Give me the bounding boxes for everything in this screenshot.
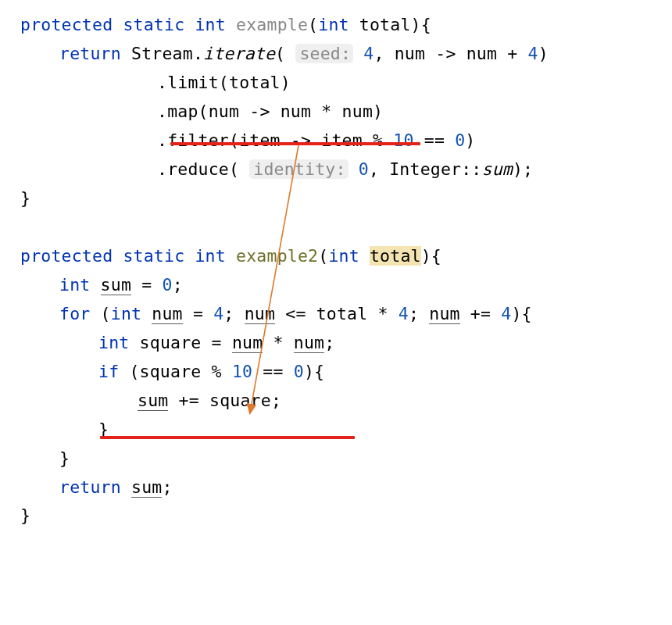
method1-signature: protected static int example(int total){ [20,11,658,40]
filter-line: .filter(item -> item % 10 == 0) [20,127,658,155]
param-type: int [318,15,349,34]
cond1: <= total * [275,304,399,323]
iterate-call: iterate [203,44,275,63]
return-type: int [195,15,225,34]
int-kw3: int [98,333,129,352]
reduce-line: .reduce( identity: 0, Integer::sum); [20,155,658,184]
square-name: square [140,333,202,352]
num-var: num [152,304,182,324]
map-underline [170,142,420,145]
for-close: } [20,445,658,473]
sum-var2: sum [138,391,168,411]
int-kw2: int [111,304,141,323]
reduce-mid: , Integer:: [369,159,482,179]
close-paren: ){ [411,15,431,34]
semi3: ; [162,477,172,497]
stream-class: Stream [131,44,193,63]
limit-call: .limit(total) [157,73,291,92]
filter-prefix: .filter(item -> item % [157,130,393,150]
eqeq: == [252,362,294,381]
init-val: 4 [213,304,223,323]
code-editor: protected static int example(int total){… [0,0,672,530]
param-name: total [359,15,411,34]
zero: 0 [162,275,172,295]
method1-name: example [236,15,308,34]
iterate-step: 4 [528,44,538,63]
int-kw: int [59,275,90,295]
method2-name: example2 [236,246,318,266]
mod-val: 10 [232,362,252,381]
seed-hint: seed: [295,44,353,63]
method1-close: } [20,184,658,213]
if-close: } [20,416,658,445]
blank-line [20,213,658,242]
num-var2: num [245,304,275,324]
reduce-suffix: ); [513,159,533,179]
param-type2: int [328,246,359,266]
cond2: 4 [399,304,409,323]
sum-var3: sum [131,477,162,498]
filter-zero: 0 [455,130,465,150]
identity-hint: identity: [249,159,348,179]
close-brace3: } [59,448,70,468]
return-sum-line: return sum; [20,473,658,502]
semi2: ; [324,333,334,352]
method2-signature: protected static int example2(int total)… [20,242,658,271]
step-op: += [460,304,502,323]
map-line: .map(num -> num * num) [20,98,658,127]
sum-ref: sum [482,159,513,179]
return-type2: int [195,246,225,266]
sum-pluseq-line: sum += square; [20,387,658,416]
close-brace4: } [20,505,30,525]
return-kw: return [59,44,121,63]
filter-mod: 10 [393,130,413,150]
num-var4: num [232,333,263,353]
filter-eq: == [414,130,456,150]
return-kw2: return [59,477,121,497]
num-var3: num [429,304,459,324]
stream-iterate-line: return Stream.iterate( seed: 4, num -> n… [20,40,658,69]
iterate-lambda: num -> num + [395,44,528,63]
for-line: for (int num = 4; num <= total * 4; num … [20,300,658,329]
open-paren2: ( [318,246,328,266]
mul-op: * [263,333,293,352]
method2-close: } [20,502,658,530]
modifiers2: protected static [20,246,184,266]
modifiers: protected static [20,15,184,34]
semi: ; [173,275,183,295]
square-line: int square = num * num; [20,329,658,358]
square-underline [100,436,355,439]
for-kw: for [59,304,90,323]
filter-suffix: ) [465,130,475,150]
zero2: 0 [294,362,304,381]
identity-val: 0 [359,159,369,179]
close-brace: } [20,188,30,208]
num-var5: num [294,333,324,353]
seed-value: 4 [363,44,374,63]
param-name2: total [370,246,421,266]
if-kw: if [98,362,119,381]
close-paren2: ){ [421,246,441,266]
plus-eq: += square; [168,391,281,410]
limit-line: .limit(total) [20,69,658,98]
map-call: .map(num -> num * num) [157,102,383,121]
sum-decl-line: int sum = 0; [20,271,658,300]
sum-var: sum [101,275,131,295]
if-line: if (square % 10 == 0){ [20,358,658,387]
reduce-prefix: .reduce( [157,159,239,179]
step-val: 4 [501,304,511,323]
eq: = [131,275,162,295]
open-paren: ( [308,15,318,34]
